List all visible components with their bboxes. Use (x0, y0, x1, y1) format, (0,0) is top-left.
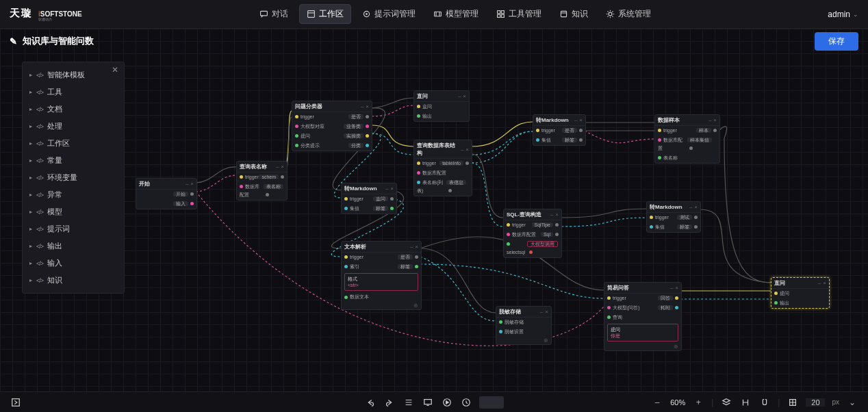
node-dedup[interactable]: 数据样本–× trigger样本 数据库配置样本集值 表名称 (654, 114, 720, 164)
undo-icon[interactable] (364, 396, 376, 409)
chevron-down-icon[interactable]: ⌄ (846, 396, 858, 409)
redo-icon[interactable] (383, 396, 396, 409)
close-icon[interactable]: ✕ (112, 65, 118, 75)
node-start[interactable]: 开始–× 开始 输入 (136, 178, 197, 209)
collapse-icon[interactable]: – (186, 181, 188, 187)
palette-item[interactable]: ▸</>工具 (23, 83, 124, 101)
code-icon: </> (36, 175, 43, 181)
layers-icon[interactable] (720, 396, 732, 409)
palette-item-label: 环境变量 (47, 172, 77, 183)
palette-item-label: 提示词 (47, 224, 70, 234)
chevron-down-icon: ⌄ (853, 11, 858, 18)
caret-right-icon: ▸ (29, 89, 32, 95)
palette-item[interactable]: ▸</>输入 (23, 255, 124, 272)
user-menu[interactable]: admin ⌄ (828, 10, 858, 19)
node-docparse[interactable]: 文本解析–× trigger是否 索引标签 格式<str> 数据文本 ⊕ (341, 241, 422, 310)
nav-tool[interactable]: 工具管理 (489, 4, 548, 24)
palette-item[interactable]: ▸</>文档 (23, 101, 124, 118)
snap-icon[interactable] (739, 396, 752, 409)
list-icon[interactable] (403, 396, 415, 409)
code-icon: </> (36, 260, 43, 267)
sub-header: ✎ 知识库与智能问数 保存 (0, 29, 868, 53)
node-sql[interactable]: SQL-查询构造–× triggerSqlTipe 数据库配置Sql selec… (503, 209, 562, 258)
node-end[interactable]: 直问–× 提问 输出 (771, 277, 830, 309)
code-icon: </> (36, 226, 43, 233)
palette-item-label: 工具 (47, 87, 62, 97)
node-classify[interactable]: 问题分类器–× trigger是否 大模型对应业务类 提问实操类 分类提示分类 (292, 101, 372, 151)
code-icon: </> (36, 72, 43, 79)
play-icon[interactable] (441, 396, 453, 409)
code-icon: </> (36, 277, 43, 284)
palette-item-label: 智能体模板 (47, 70, 85, 80)
svg-rect-11 (12, 398, 20, 406)
palette-item[interactable]: ▸</>提示词 (23, 220, 124, 237)
bottom-bar: – 60% + | | px ⌄ (0, 391, 868, 412)
palette-item[interactable]: ▸</>工作区 (23, 135, 124, 152)
brand-sub: iSOFTSTONE 软通动力 (38, 11, 82, 21)
palette-item[interactable]: ▸</>环境变量 (23, 169, 124, 186)
svg-rect-9 (561, 11, 566, 16)
node-md1[interactable]: 转Markdown–× trigger是否 集值标签 (533, 114, 586, 146)
nav-workspace[interactable]: 工作区 (299, 4, 351, 24)
caret-right-icon: ▸ (29, 72, 32, 78)
palette-item[interactable]: ▸</>模型 (23, 203, 124, 220)
zoom-in-icon[interactable]: + (692, 396, 704, 409)
palette-item[interactable]: ▸</>输出 (23, 237, 124, 255)
node-md3[interactable]: 转Markdown–× trigger测试 集值标签 (646, 201, 701, 233)
palette-item-label: 文档 (47, 104, 62, 114)
brand-logo: 天璇 iSOFTSTONE 软通动力 (10, 7, 82, 21)
svg-rect-12 (424, 399, 432, 404)
knowledge-icon (559, 10, 568, 18)
node-md2[interactable]: 转Markdown–× trigger直问 集值标签 (341, 183, 397, 214)
zoom-out-icon[interactable]: – (651, 396, 663, 409)
close-icon[interactable]: × (190, 181, 194, 187)
code-icon: </> (36, 157, 43, 164)
caret-right-icon: ▸ (29, 192, 32, 198)
grid-size-input[interactable] (806, 398, 825, 407)
nav-prompt[interactable]: 提示词管理 (355, 4, 422, 24)
caret-right-icon: ▸ (29, 106, 32, 112)
screen-icon[interactable] (422, 396, 434, 409)
caret-right-icon: ▸ (29, 226, 32, 232)
node-echo1[interactable]: 直问–× 直问 输出 (413, 90, 470, 122)
node-tables[interactable]: 查询表名称–× triggerschem 数据库配置表名称 (236, 161, 288, 201)
user-name: admin (828, 10, 850, 19)
nav-knowledge[interactable]: 知识 (552, 4, 595, 24)
flow-canvas[interactable]: ✎ 知识库与智能问数 保存 ✕ ▸</>智能体模板▸</>工具▸</>文档▸</… (0, 29, 868, 391)
top-bar: 天璇 iSOFTSTONE 软通动力 对话 工作区 提示词管理 模型管理 工具管… (0, 0, 868, 29)
code-icon: </> (36, 89, 43, 96)
expand-panel-icon[interactable] (10, 396, 22, 409)
nav-chat[interactable]: 对话 (253, 4, 295, 24)
nav-model[interactable]: 模型管理 (426, 4, 485, 24)
caret-right-icon: ▸ (29, 140, 32, 146)
code-icon: </> (36, 209, 43, 216)
palette-item[interactable]: ▸</>知识 (23, 272, 124, 289)
tool-icon (496, 10, 505, 18)
page-title: ✎ 知识库与智能问数 (10, 35, 94, 47)
flow-edges (0, 29, 868, 391)
nav-system[interactable]: 系统管理 (599, 4, 658, 24)
nav-model-label: 模型管理 (446, 8, 478, 20)
pencil-icon: ✎ (10, 36, 17, 47)
palette-item-label: 异常 (47, 190, 62, 200)
prompt-icon (362, 10, 371, 18)
palette-item-label: 知识 (47, 275, 62, 285)
save-button[interactable]: 保存 (815, 32, 858, 51)
svg-point-3 (366, 14, 367, 15)
node-history[interactable]: 脱敏存储–× 脱敏存储 脱敏设置 ⊕ (496, 306, 552, 345)
palette-item[interactable]: ▸</>智能体模板 (23, 66, 124, 83)
move-tool[interactable] (479, 396, 504, 409)
palette-item-label: 输出 (47, 241, 62, 251)
palette-item[interactable]: ▸</>常量 (23, 152, 124, 169)
svg-rect-4 (434, 12, 441, 16)
svg-rect-6 (501, 11, 504, 14)
palette-item[interactable]: ▸</>处理 (23, 118, 124, 135)
grid-icon[interactable] (787, 396, 799, 409)
history-icon[interactable] (460, 396, 472, 409)
nav-prompt-label: 提示词管理 (374, 8, 416, 20)
palette-item[interactable]: ▸</>异常 (23, 186, 124, 203)
grid-unit: px (832, 398, 839, 406)
magnet-icon[interactable] (758, 396, 771, 409)
node-simpleqa[interactable]: 简易问答–× trigger回答 大模型(问答)耗时 查询 提问你是 ⊕ (604, 282, 682, 351)
node-struct[interactable]: 查询数据库表结构–× triggertableInfo 数据库配置 表名称(列表… (413, 140, 472, 196)
